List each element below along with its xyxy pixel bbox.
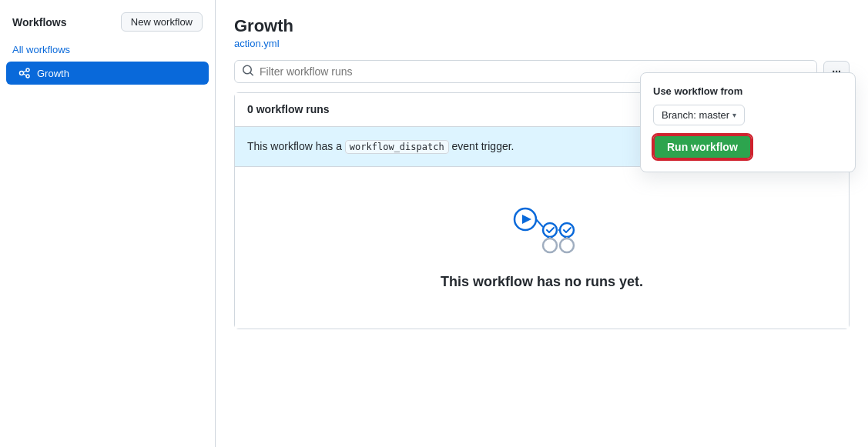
runs-count: 0 workflow runs bbox=[247, 103, 330, 115]
svg-point-0 bbox=[20, 72, 24, 75]
svg-line-4 bbox=[24, 74, 27, 75]
run-workflow-submit-button[interactable]: Run workflow bbox=[653, 135, 752, 159]
workflow-illustration bbox=[504, 198, 581, 262]
sidebar-item-growth[interactable]: Growth bbox=[6, 62, 209, 85]
svg-point-10 bbox=[560, 239, 574, 252]
sidebar-title: Workflows bbox=[12, 16, 67, 28]
sidebar-item-label: Growth bbox=[37, 68, 69, 79]
svg-line-3 bbox=[24, 71, 27, 72]
main-content: Growth action.yml ··· 0 workflow runs bbox=[216, 0, 868, 447]
new-workflow-button[interactable]: New workflow bbox=[121, 12, 203, 32]
svg-point-9 bbox=[543, 239, 557, 252]
dispatch-text: This workflow has a workflow_dispatch ev… bbox=[247, 140, 514, 152]
svg-point-1 bbox=[26, 68, 29, 72]
svg-marker-6 bbox=[522, 215, 531, 224]
page-title: Growth bbox=[234, 15, 850, 38]
svg-point-8 bbox=[560, 223, 574, 237]
workflow-icon bbox=[18, 67, 31, 79]
chevron-down-icon: ▾ bbox=[732, 111, 736, 119]
empty-state: This workflow has no runs yet. bbox=[235, 167, 849, 329]
svg-point-7 bbox=[543, 223, 557, 237]
popup-title: Use workflow from bbox=[653, 85, 843, 97]
run-workflow-popup: Use workflow from Branch: master ▾ Run w… bbox=[640, 72, 856, 172]
branch-select-button[interactable]: Branch: master ▾ bbox=[653, 105, 745, 125]
svg-line-11 bbox=[536, 219, 543, 227]
sidebar-header: Workflows New workflow bbox=[0, 12, 215, 41]
svg-point-2 bbox=[26, 75, 29, 78]
all-workflows-link[interactable]: All workflows bbox=[0, 41, 215, 62]
page-subtitle[interactable]: action.yml bbox=[234, 38, 850, 49]
search-icon bbox=[242, 64, 254, 78]
sidebar: Workflows New workflow All workflows Gro… bbox=[0, 0, 216, 447]
empty-state-message: This workflow has no runs yet. bbox=[441, 274, 643, 290]
dispatch-code: workflow_dispatch bbox=[345, 140, 449, 154]
